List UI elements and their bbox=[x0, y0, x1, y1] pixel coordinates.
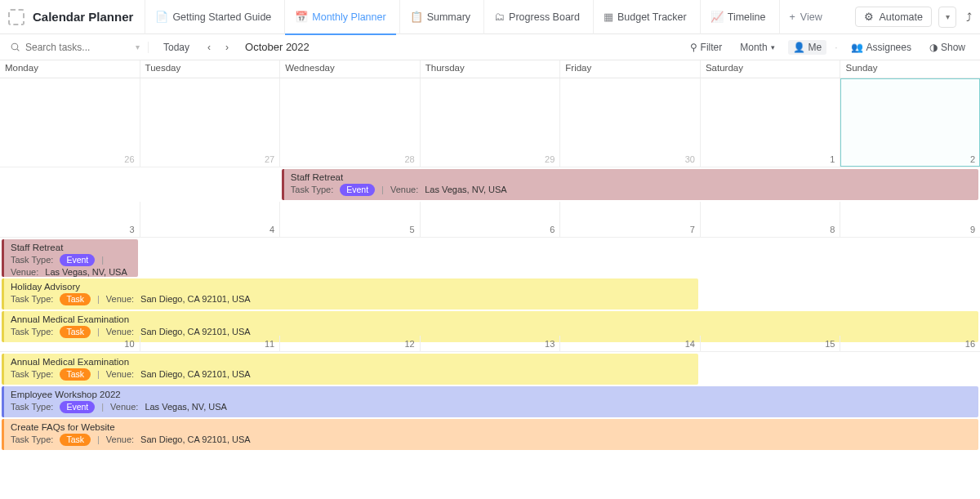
calendar-toolbar: ▾ Today ‹ › October 2022 ⚲ Filter Month … bbox=[0, 34, 980, 60]
date-cell[interactable]: 15 bbox=[701, 336, 841, 351]
separator: | bbox=[97, 368, 100, 381]
day-header: Saturday bbox=[701, 60, 841, 78]
task-type-label: Task Type: bbox=[11, 254, 53, 266]
date-cell[interactable]: 16 bbox=[840, 336, 980, 351]
filter-icon: ⚲ bbox=[690, 42, 697, 53]
date-cell[interactable]: 3 bbox=[0, 202, 140, 237]
event-title: Staff Retreat bbox=[11, 242, 131, 254]
event-bar[interactable]: Staff Retreat Task Type: Event | Venue: … bbox=[2, 239, 138, 277]
event-bar[interactable]: Employee Workshop 2022 Task Type: Event … bbox=[2, 386, 978, 417]
automate-button[interactable]: ⚙ Automate bbox=[855, 7, 932, 27]
event-bar[interactable]: Staff Retreat Task Type: Event | Venue: … bbox=[282, 169, 978, 200]
venue-label: Venue: bbox=[106, 434, 134, 446]
date-cell[interactable]: 29 bbox=[421, 78, 561, 167]
share-icon[interactable]: ⤴ bbox=[966, 11, 972, 24]
task-type-pill: Event bbox=[60, 401, 95, 413]
me-filter-button[interactable]: 👤 Me bbox=[788, 40, 827, 55]
date-number: 4 bbox=[270, 225, 274, 234]
show-label: Show bbox=[941, 42, 965, 53]
event-title: Create FAQs for Website bbox=[11, 421, 972, 434]
assignees-button[interactable]: 👥 Assignees bbox=[846, 40, 916, 55]
chevron-down-icon: ▾ bbox=[946, 12, 950, 21]
date-cell[interactable]: 10 bbox=[0, 336, 140, 351]
day-header: Tuesday bbox=[140, 60, 281, 78]
date-number: 28 bbox=[404, 154, 414, 164]
automate-more-button[interactable]: ▾ bbox=[938, 7, 956, 28]
venue-value: San Diego, CA 92101, USA bbox=[140, 434, 251, 446]
chevron-down-icon: ▾ bbox=[771, 43, 775, 51]
chevron-down-icon[interactable]: ▾ bbox=[136, 42, 140, 51]
tab-timeline[interactable]: 📈 Timeline bbox=[700, 0, 776, 34]
venue-value: Las Vegas, NV, USA bbox=[45, 266, 127, 277]
date-cell[interactable]: 26 bbox=[0, 78, 140, 167]
add-view-label: View bbox=[800, 11, 822, 23]
date-number: 10 bbox=[124, 339, 134, 349]
date-cell[interactable]: 28 bbox=[280, 78, 421, 167]
date-cell[interactable]: 7 bbox=[560, 202, 701, 237]
date-cell[interactable]: 14 bbox=[560, 336, 701, 351]
filter-label: Filter bbox=[701, 42, 723, 53]
day-header: Thursday bbox=[421, 60, 561, 78]
today-button[interactable]: Today bbox=[157, 40, 196, 55]
table-icon: ▦ bbox=[604, 11, 613, 23]
event-title: Annual Medical Examination bbox=[11, 356, 692, 368]
tab-label: Budget Tracker bbox=[617, 11, 687, 23]
page-title: Calendar Planner bbox=[33, 10, 133, 24]
me-label: Me bbox=[808, 42, 822, 53]
date-cell[interactable]: 8 bbox=[701, 202, 841, 237]
date-number: 26 bbox=[124, 154, 134, 164]
event-bar[interactable]: Holiday Advisory Task Type: Task | Venue… bbox=[2, 278, 698, 310]
date-number: 11 bbox=[265, 339, 274, 349]
timeline-icon: 📈 bbox=[710, 11, 724, 23]
event-bar[interactable]: Create FAQs for Website Task Type: Task … bbox=[2, 419, 978, 450]
prev-month-button[interactable]: ‹ bbox=[204, 40, 214, 55]
tab-progress-board[interactable]: 🗂 Progress Board bbox=[483, 0, 590, 34]
date-cell[interactable]: 6 bbox=[421, 202, 561, 237]
task-type-pill: Task bbox=[60, 293, 91, 305]
date-cell[interactable]: 5 bbox=[280, 202, 421, 237]
search-icon bbox=[10, 42, 20, 52]
person-icon: 👤 bbox=[793, 42, 805, 53]
task-type-pill: Event bbox=[60, 254, 95, 266]
tab-getting-started[interactable]: 📄 Getting Started Guide bbox=[145, 0, 281, 34]
add-view-button[interactable]: + View bbox=[779, 0, 832, 34]
task-type-label: Task Type: bbox=[11, 293, 53, 305]
date-number: 2 bbox=[970, 154, 975, 164]
event-bar[interactable]: Annual Medical Examination Task Type: Ta… bbox=[2, 354, 698, 385]
task-type-label: Task Type: bbox=[11, 401, 53, 413]
date-cell[interactable]: 1 bbox=[701, 78, 841, 167]
venue-value: San Diego, CA 92101, USA bbox=[140, 293, 251, 305]
date-cell[interactable]: 4 bbox=[140, 202, 281, 237]
event-title: Employee Workshop 2022 bbox=[11, 389, 972, 401]
date-cell[interactable]: 11 bbox=[140, 336, 281, 351]
top-tab-bar: Calendar Planner 📄 Getting Started Guide… bbox=[0, 0, 980, 34]
separator: | bbox=[381, 184, 384, 196]
view-mode-dropdown[interactable]: Month ▾ bbox=[735, 40, 779, 55]
date-cell[interactable]: 13 bbox=[421, 336, 561, 351]
date-cell-today[interactable]: 2 bbox=[840, 78, 980, 167]
tab-monthly-planner[interactable]: 📅 Monthly Planner bbox=[284, 0, 395, 34]
date-cell[interactable]: 30 bbox=[560, 78, 701, 167]
day-header: Friday bbox=[560, 60, 701, 78]
date-cell[interactable]: 12 bbox=[280, 336, 421, 351]
people-icon: 👥 bbox=[851, 42, 863, 53]
filter-button[interactable]: ⚲ Filter bbox=[685, 40, 728, 55]
date-cell[interactable]: 27 bbox=[140, 78, 281, 167]
eye-icon: ◑ bbox=[929, 42, 938, 53]
venue-label: Venue: bbox=[106, 293, 134, 305]
doc-icon: 📄 bbox=[155, 11, 168, 23]
robot-icon: ⚙ bbox=[864, 11, 874, 23]
separator: | bbox=[101, 254, 104, 266]
venue-value: Las Vegas, NV, USA bbox=[425, 184, 507, 196]
week-row: 3 4 5 6 7 8 9 Staff Retreat Task Type: E… bbox=[0, 202, 980, 336]
search-wrap: ▾ bbox=[10, 42, 149, 53]
show-button[interactable]: ◑ Show bbox=[924, 40, 970, 55]
date-cell[interactable]: 9 bbox=[840, 202, 980, 237]
venue-value: Las Vegas, NV, USA bbox=[145, 401, 227, 413]
event-title: Annual Medical Examination bbox=[11, 314, 972, 326]
view-mode-label: Month bbox=[740, 42, 767, 53]
tab-summary[interactable]: 📋 Summary bbox=[399, 0, 480, 34]
tab-budget-tracker[interactable]: ▦ Budget Tracker bbox=[593, 0, 697, 34]
next-month-button[interactable]: › bbox=[222, 40, 232, 55]
search-input[interactable] bbox=[25, 42, 107, 53]
